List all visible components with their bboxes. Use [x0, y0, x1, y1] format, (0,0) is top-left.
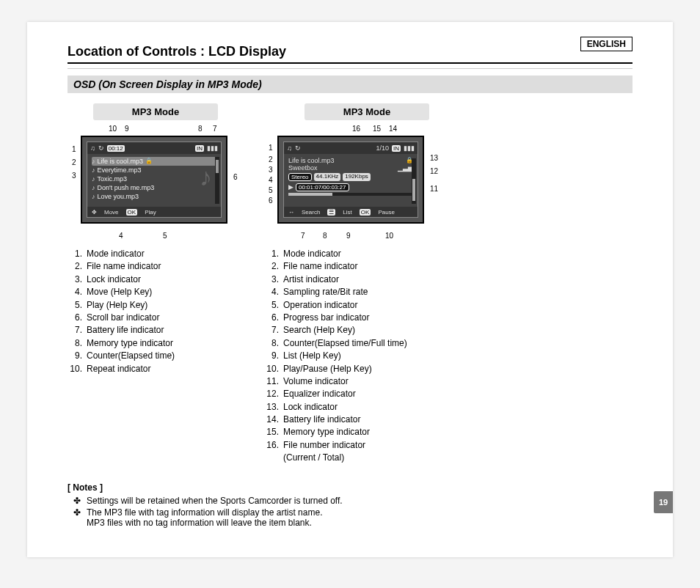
legend-item: 6.Scroll bar indicator	[68, 312, 244, 324]
play-op-icon: ▶	[288, 183, 294, 191]
help-search: Search	[302, 209, 320, 216]
legend-item: 4.Move (Help Key)	[68, 286, 244, 298]
file-name: Everytime.mp3	[98, 166, 142, 174]
legend-text: Play (Help Key)	[87, 299, 147, 312]
page-number-tab: 19	[654, 491, 673, 513]
legend-num: 4.	[264, 286, 279, 298]
legend-item: 8.Counter(Elapsed time/Full time)	[264, 337, 470, 350]
legend-num: 11.	[264, 375, 279, 388]
note-line: ✤ The MP3 file with tag information will…	[73, 507, 632, 518]
left-legend: 1.Mode indicator 2.File name indicator 3…	[68, 248, 244, 375]
legend-item: 4.Sampling rate/Bit rate	[264, 286, 470, 298]
legend-item: 7.Battery life indicator	[68, 324, 244, 337]
legend-item: 3.Lock indicator	[68, 273, 244, 286]
legend-text: Lock indicator	[87, 273, 141, 286]
legend-item: 3.Artist indicator	[264, 273, 470, 286]
legend-item: 5.Operation indicator	[264, 299, 470, 312]
legend-item: (Current / Total)	[264, 452, 470, 464]
stereo-pill: Stereo	[288, 173, 312, 181]
legend-text: Repeat indicator	[87, 363, 150, 375]
note-icon: ♪	[92, 157, 95, 166]
legend-num: 5.	[68, 299, 82, 312]
legend-item: 15.Memory type indicator	[264, 426, 470, 438]
legend-num: 6.	[264, 312, 279, 324]
legend-num: 2.	[264, 260, 279, 273]
callout-r12: 12	[430, 167, 438, 175]
callout-8: 8	[198, 125, 203, 133]
legend-item: 7.Search (Help Key)	[264, 324, 470, 337]
list-item: ♪Toxic.mp3	[92, 174, 216, 183]
legend-text: File name indicator	[283, 260, 357, 273]
battery-icon: ▮▮▮	[404, 144, 415, 152]
list-item: ♪Don't push me.mp3	[92, 183, 216, 192]
legend-num: 4.	[68, 286, 82, 298]
repeat-icon: ↻	[295, 144, 301, 152]
callout-r2: 2	[269, 155, 273, 163]
music-mode-icon: ♫	[287, 144, 292, 152]
language-label: ENGLISH	[580, 37, 632, 51]
bullet-icon: ✤	[73, 507, 81, 518]
legend-item: 8.Memory type indicator	[68, 337, 244, 350]
progress-fill	[288, 193, 332, 196]
right-column: MP3 Mode 16 15 14 1 2 3 4 5 6 13 12 11 7…	[264, 103, 470, 465]
legend-num: 12.	[264, 388, 279, 400]
right-body: Life is cool.mp3 🔒 Sweetbox ▁▃▅ Stereo 4…	[284, 154, 418, 199]
music-mode-icon: ♫	[90, 144, 95, 152]
lock-icon: 🔒	[145, 157, 153, 166]
legend-item: 13.Lock indicator	[264, 401, 470, 414]
note-icon: ♪	[92, 174, 95, 183]
callout-14: 14	[389, 125, 397, 133]
legend-item: 1.Mode indicator	[264, 248, 470, 260]
left-callouts: 10 9 8 7 1 2 3 6 4 5 ♫ ↻	[68, 125, 244, 242]
file-name: Life is cool.mp3	[98, 157, 144, 166]
note-text: The MP3 file with tag information will d…	[87, 507, 322, 518]
legend-text: Counter(Elapsed time/Full time)	[283, 337, 407, 350]
callout-9: 9	[125, 125, 129, 133]
legend-text: File number indicator	[283, 439, 365, 452]
joystick-icon: ✥	[92, 209, 97, 216]
progress-bar	[288, 193, 413, 196]
legend-num: 6.	[68, 312, 82, 324]
legend-item: 5.Play (Help Key)	[68, 299, 244, 312]
callout-4: 4	[119, 232, 123, 240]
memory-indicator: IN	[392, 145, 401, 152]
file-name: Don't push me.mp3	[98, 183, 155, 192]
legend-num: 10.	[264, 363, 279, 375]
left-topbar: ♫ ↻ 00:12 IN ▮▮▮	[87, 142, 221, 154]
right-legend: 1.Mode indicator 2.File name indicator 3…	[264, 248, 470, 465]
file-name: Life is cool.mp3	[288, 157, 335, 164]
callout-7: 7	[213, 125, 217, 133]
scrollbar	[215, 157, 219, 204]
legend-text: Scroll bar indicator	[87, 312, 159, 324]
left-mode-header: MP3 Mode	[93, 103, 218, 120]
ok-key: OK	[360, 209, 371, 216]
callout-r7: 7	[301, 232, 305, 240]
music-bg-icon: ♪	[200, 163, 212, 191]
legend-text: List (Help Key)	[283, 350, 341, 362]
callout-r9: 9	[346, 232, 351, 240]
legend-item: 10.Play/Pause (Help Key)	[264, 363, 470, 375]
callout-r13: 13	[430, 154, 438, 162]
title-divider	[68, 68, 632, 70]
repeat-icon: ↻	[98, 144, 104, 152]
callout-15: 15	[373, 125, 381, 133]
callout-6: 6	[233, 173, 238, 181]
callout-r1: 1	[269, 144, 273, 152]
legend-text: File name indicator	[87, 260, 161, 273]
bullet-icon: ✤	[73, 496, 81, 506]
legend-text: Battery life indicator	[87, 324, 164, 337]
legend-num: 5.	[264, 299, 279, 312]
note-line: ✤ Settings will be retained when the Spo…	[73, 496, 632, 506]
legend-item: 12.Equalizer indicator	[264, 388, 470, 400]
file-name: Toxic.mp3	[98, 174, 128, 183]
help-pause: Pause	[378, 209, 395, 216]
legend-num: 3.	[264, 273, 279, 286]
right-lcd-inner: ♫ ↻ 1/10 IN ▮▮▮ Life is cool.mp3 🔒	[283, 142, 418, 218]
left-column: MP3 Mode 10 9 8 7 1 2 3 6 4 5	[68, 103, 244, 465]
legend-num: 8.	[68, 337, 82, 350]
legend-item: 10.Repeat indicator	[68, 363, 244, 375]
legend-num: 13.	[264, 401, 279, 414]
callout-1: 1	[72, 145, 76, 153]
legend-text: Memory type indicator	[283, 426, 370, 438]
columns: MP3 Mode 10 9 8 7 1 2 3 6 4 5	[68, 103, 632, 465]
